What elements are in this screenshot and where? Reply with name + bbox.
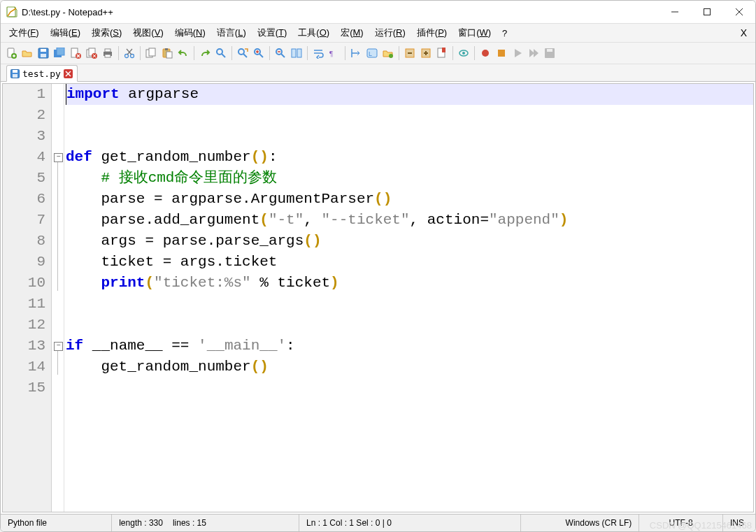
toolbar-macro-save-button[interactable] [542,45,557,61]
toolbar-close-button[interactable] [68,45,83,61]
code-line[interactable]: print("ticket:%s" % ticket) [66,273,753,294]
toolbar-fold-button[interactable] [402,45,418,61]
menu-item[interactable]: 运行(R) [369,25,411,41]
toolbar-play-multi-button[interactable] [526,45,541,61]
svg-rect-26 [166,52,172,58]
svg-rect-19 [105,55,110,57]
mdi-close-button[interactable]: X [732,26,755,40]
fold-toggle[interactable]: − [54,153,63,162]
toolbar-play-button[interactable] [510,45,525,61]
fold-toggle[interactable]: − [54,342,63,351]
status-encoding[interactable]: UTF-8 [639,515,723,531]
menu-item[interactable]: 宏(M) [335,25,369,41]
status-insert-mode[interactable]: INS [723,515,755,531]
toolbar-paste-button[interactable] [159,45,175,61]
code-line[interactable]: if __name__ == '__main__': [66,336,753,357]
toolbar-undo-button[interactable] [176,45,191,61]
toolbar-find-button[interactable] [213,45,229,61]
menu-item[interactable]: 编辑(E) [45,25,86,41]
toolbar-indent-guide-button[interactable] [348,45,364,61]
toolbar-open-button[interactable] [20,45,35,61]
toolbar-save-all-button[interactable] [52,45,67,61]
toolbar-hide-button[interactable] [456,45,471,61]
toolbar-print-button[interactable] [100,45,115,61]
line-number: 4 [3,147,45,168]
toolbar-zoom-in-button[interactable] [251,45,266,61]
toolbar-bookmark-toggle-button[interactable] [434,45,450,61]
svg-rect-23 [149,48,155,56]
toolbar-wrap-button[interactable] [311,45,326,61]
line-number: 10 [3,273,45,294]
line-number: 2 [3,105,45,126]
code-line[interactable]: parse = argparse.ArgumentParser() [66,189,753,210]
menu-item[interactable]: 搜索(S) [86,25,127,41]
toolbar-separator [231,46,232,60]
menu-item[interactable]: ? [497,27,513,40]
toolbar-separator [269,46,270,60]
code-line[interactable]: get_random_number() [66,357,753,378]
toolbar-all-chars-button[interactable]: ¶ [327,45,342,61]
status-eol[interactable]: Windows (CR LF) [521,515,639,531]
tab-active[interactable]: test.py [6,65,78,82]
code-line[interactable] [66,126,753,147]
code-line[interactable] [66,315,753,336]
title-bar[interactable]: D:\test.py - Notepad++ [1,1,755,23]
toolbar-cut-button[interactable] [122,45,137,61]
code-line[interactable]: import argparse [66,84,753,105]
toolbar-save-button[interactable] [36,45,51,61]
toolbar-separator [140,46,141,60]
toolbar-record-button[interactable] [478,45,493,61]
code-editor[interactable]: 123456789101112131415 −− import argparse… [3,84,753,512]
code-line[interactable]: def get_random_number(): [66,147,753,168]
toolbar-lang-button[interactable]: L [364,45,380,61]
code-line[interactable] [66,294,753,315]
menu-item[interactable]: 语言(L) [211,25,252,41]
line-number: 8 [3,231,45,252]
toolbar-copy-button[interactable] [143,45,159,61]
minimize-button[interactable] [659,1,691,23]
toolbar-redo-button[interactable] [197,45,213,61]
svg-text:¶: ¶ [329,49,333,57]
code-line[interactable] [66,378,753,398]
menu-item[interactable]: 文件(F) [3,25,45,41]
svg-point-21 [131,55,134,58]
code-line[interactable]: parse.add_argument("-t", "--ticket", act… [66,210,753,231]
svg-text:L: L [369,50,372,57]
tab-close-button[interactable] [64,69,73,78]
toolbar-sync-button[interactable] [289,45,304,61]
app-window: D:\test.py - Notepad++ 文件(F)编辑(E)搜索(S)视图… [0,0,756,532]
code-line[interactable]: args = parse.parse_args() [66,231,753,252]
toolbar-zoom-out-button[interactable] [273,45,288,61]
maximize-button[interactable] [691,1,723,23]
svg-rect-32 [297,49,301,57]
toolbar-replace-button[interactable] [235,45,250,61]
toolbar-stop-button[interactable] [494,45,509,61]
svg-point-20 [125,55,129,58]
toolbar-close-all-button[interactable] [84,45,99,61]
svg-point-42 [462,52,465,55]
fold-column[interactable]: −− [52,84,64,512]
code-line[interactable]: ticket = args.ticket [66,252,753,273]
menu-item[interactable]: 插件(P) [411,25,452,41]
toolbar-folder-button[interactable] [380,45,396,61]
close-window-button[interactable] [723,1,755,23]
status-position: Ln : 1 Col : 1 Sel : 0 | 0 [299,515,521,531]
menu-item[interactable]: 设置(T) [252,25,293,41]
svg-rect-9 [41,54,46,57]
toolbar-unfold-button[interactable] [418,45,434,61]
menu-item[interactable]: 编码(N) [169,25,211,41]
svg-rect-25 [165,48,168,50]
menu-item[interactable]: 工具(O) [292,25,335,41]
svg-rect-8 [41,49,46,52]
menu-item[interactable]: 窗口(W) [452,25,497,41]
svg-rect-48 [13,70,17,73]
code-line[interactable] [66,105,753,126]
line-number: 12 [3,315,45,336]
toolbar-new-button[interactable] [3,45,19,61]
menu-item[interactable]: 视图(V) [127,25,169,41]
code-area[interactable]: import argparsedef get_random_number(): … [64,84,753,512]
line-number: 15 [3,378,45,398]
toolbar-separator [118,46,119,60]
code-line[interactable]: # 接收cmd命令里面的参数 [66,168,753,189]
line-number: 9 [3,252,45,273]
